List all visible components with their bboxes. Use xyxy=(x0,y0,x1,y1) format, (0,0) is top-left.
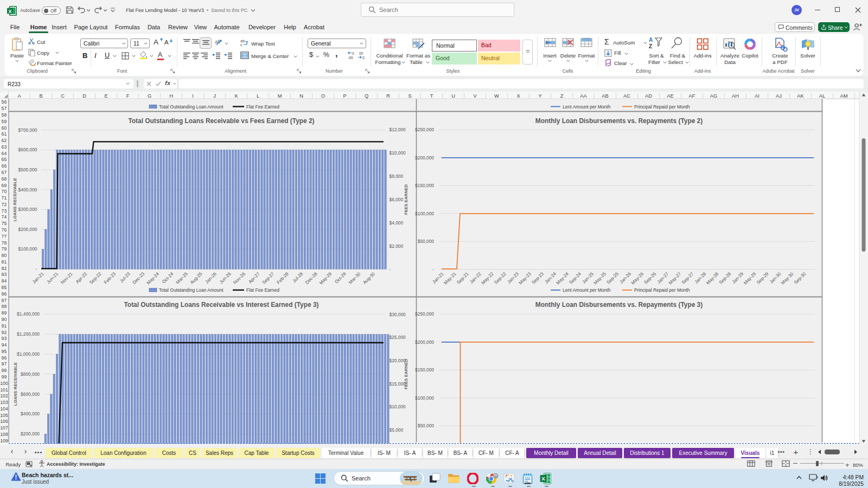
svg-text:$500,000: $500,000 xyxy=(18,167,37,172)
svg-text:63: 63 xyxy=(2,144,7,150)
svg-text:Z: Z xyxy=(560,93,564,99)
svg-text:O: O xyxy=(321,93,325,99)
svg-text:Y: Y xyxy=(538,93,541,99)
svg-text:$400,000: $400,000 xyxy=(21,411,40,416)
svg-text:$4,000: $4,000 xyxy=(390,220,404,226)
svg-text:86: 86 xyxy=(2,291,7,297)
svg-text:$800,000: $800,000 xyxy=(21,371,40,377)
svg-text:$150,000: $150,000 xyxy=(415,367,434,373)
svg-text:91: 91 xyxy=(2,323,7,329)
svg-text:81: 81 xyxy=(2,259,7,265)
svg-text:$200,000: $200,000 xyxy=(21,431,40,436)
svg-text:Lent Amount per Month: Lent Amount per Month xyxy=(563,287,611,293)
svg-text:$50,000: $50,000 xyxy=(418,423,435,428)
svg-text:$200,000: $200,000 xyxy=(18,227,37,232)
svg-text:$400,000: $400,000 xyxy=(18,187,37,192)
svg-text:LOANS RECEIVABLE: LOANS RECEIVABLE xyxy=(13,362,18,406)
svg-text:72: 72 xyxy=(2,202,7,207)
svg-text:66: 66 xyxy=(2,163,7,169)
svg-text:80: 80 xyxy=(2,253,7,258)
svg-text:A: A xyxy=(17,93,21,99)
svg-text:FEES EARNED: FEES EARNED xyxy=(404,184,409,215)
svg-text:c: c xyxy=(240,42,242,47)
svg-text:AA: AA xyxy=(580,93,587,99)
svg-text:Total Outstanding Loan Amount: Total Outstanding Loan Amount xyxy=(159,104,224,110)
svg-text:83: 83 xyxy=(2,272,7,277)
svg-text:96: 96 xyxy=(2,355,7,361)
svg-text:$250,000: $250,000 xyxy=(415,127,434,132)
svg-text:S: S xyxy=(408,93,411,99)
svg-text:107: 107 xyxy=(0,425,8,431)
svg-text:$150,000: $150,000 xyxy=(415,183,434,188)
svg-text:$30,000: $30,000 xyxy=(390,312,406,317)
svg-text:AE: AE xyxy=(667,93,673,99)
svg-text:97: 97 xyxy=(2,361,7,367)
svg-text:AB: AB xyxy=(602,93,608,99)
svg-text:$12,000: $12,000 xyxy=(390,127,406,132)
svg-text:$100,000: $100,000 xyxy=(18,246,37,252)
svg-text:U: U xyxy=(451,93,455,99)
svg-text:74: 74 xyxy=(2,214,7,220)
svg-text:0: 0 xyxy=(362,56,365,60)
svg-text:$300,000: $300,000 xyxy=(18,207,37,212)
svg-text:AK: AK xyxy=(797,93,804,99)
svg-text:Total Outstanding Loans Receiv: Total Outstanding Loans Receivable vs Fe… xyxy=(128,117,314,125)
svg-text:X: X xyxy=(516,93,520,99)
svg-text:84: 84 xyxy=(2,278,7,284)
svg-text:AF: AF xyxy=(689,93,695,99)
svg-text:87: 87 xyxy=(2,298,7,303)
svg-text:$10,000: $10,000 xyxy=(390,150,406,156)
svg-text:AJ: AJ xyxy=(776,93,782,99)
svg-text:W: W xyxy=(494,93,499,99)
svg-text:60: 60 xyxy=(2,125,7,131)
svg-text:$1,000,000: $1,000,000 xyxy=(17,351,40,357)
svg-text:C: C xyxy=(61,93,65,99)
svg-text:Principal Repaid per Month: Principal Repaid per Month xyxy=(634,287,690,293)
svg-text:G: G xyxy=(148,93,151,99)
svg-text:$100,000: $100,000 xyxy=(415,395,434,401)
svg-text:V: V xyxy=(473,93,477,99)
svg-text:64: 64 xyxy=(2,151,7,156)
svg-text:Lent Amount per Month: Lent Amount per Month xyxy=(563,104,611,110)
svg-text:Total Outstanding Loans Receiv: Total Outstanding Loans Receivable vs In… xyxy=(124,301,318,309)
svg-text:100: 100 xyxy=(0,381,8,386)
svg-text:K: K xyxy=(234,93,238,99)
svg-text:57: 57 xyxy=(2,106,7,111)
svg-text:109: 109 xyxy=(0,438,8,444)
svg-text:$50,000: $50,000 xyxy=(418,239,435,244)
svg-text:X: X xyxy=(8,9,11,14)
svg-text:101: 101 xyxy=(0,387,8,393)
svg-text:LOANS RECEIVABLE: LOANS RECEIVABLE xyxy=(12,178,17,221)
svg-text:105: 105 xyxy=(0,413,8,418)
svg-text:98: 98 xyxy=(2,368,7,373)
svg-text:$2,000: $2,000 xyxy=(390,243,404,249)
svg-text:0: 0 xyxy=(352,52,354,55)
svg-text:Total Outstanding Loan Amount: Total Outstanding Loan Amount xyxy=(159,287,224,293)
svg-text:00: 00 xyxy=(359,52,363,55)
svg-text:J: J xyxy=(213,93,216,99)
svg-text:N: N xyxy=(299,93,303,99)
svg-text:$700,000: $700,000 xyxy=(18,127,37,133)
svg-text:$6,000: $6,000 xyxy=(390,197,404,202)
svg-text:99: 99 xyxy=(2,374,7,380)
svg-text:L: L xyxy=(257,93,259,99)
svg-text:$100,000: $100,000 xyxy=(415,211,434,216)
svg-text:90: 90 xyxy=(2,317,7,322)
svg-text:$25,000: $25,000 xyxy=(390,335,406,340)
svg-text:A: A xyxy=(649,37,653,43)
svg-text:M: M xyxy=(278,93,282,99)
svg-text:103: 103 xyxy=(0,400,8,405)
svg-text:108: 108 xyxy=(0,432,8,437)
svg-text:82: 82 xyxy=(2,266,7,271)
svg-text:AG: AG xyxy=(710,93,717,99)
svg-text:76: 76 xyxy=(2,227,7,233)
svg-text:$1,200,000: $1,200,000 xyxy=(17,331,40,337)
svg-text:$250,000: $250,000 xyxy=(415,311,434,317)
svg-text:$200,000: $200,000 xyxy=(415,339,434,345)
svg-text:F: F xyxy=(126,93,130,99)
svg-text:95: 95 xyxy=(2,349,7,354)
svg-text:$8,000: $8,000 xyxy=(390,174,404,179)
svg-text:75: 75 xyxy=(2,221,7,226)
svg-text:85: 85 xyxy=(2,285,7,290)
svg-text:AH: AH xyxy=(732,93,739,99)
